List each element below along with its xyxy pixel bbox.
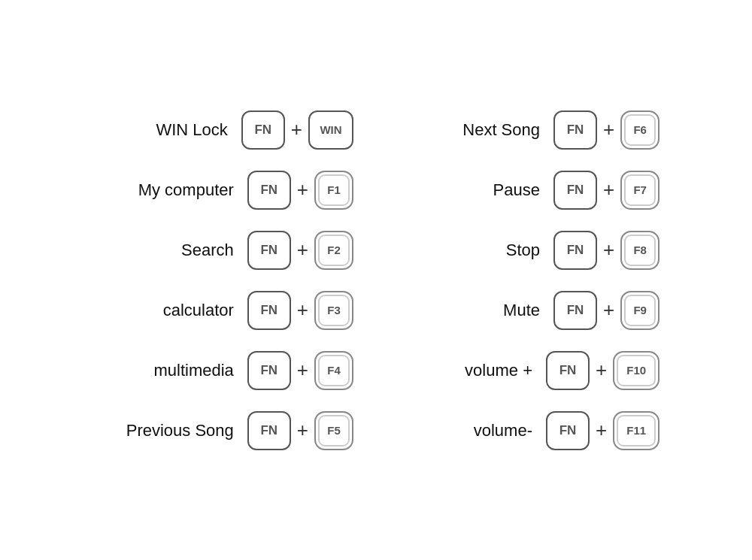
plus-sign: +: [297, 359, 308, 382]
shortcut-row: My computerFN+F1: [92, 160, 353, 220]
action-label: Pause: [435, 180, 540, 200]
action-label: multimedia: [99, 361, 234, 380]
fn-key: FN: [553, 231, 597, 270]
fn-key: FN: [553, 110, 597, 150]
plus-sign: +: [291, 118, 302, 141]
shortcut-row: SearchFN+F2: [92, 220, 353, 280]
shortcut-row: MuteFN+F9: [399, 280, 660, 341]
shortcut-row: Next SongFN+F6: [399, 100, 660, 160]
shortcut-row: PauseFN+F7: [399, 160, 660, 220]
func-key: F2: [314, 231, 353, 270]
shortcut-row: WIN LockFN+WIN: [92, 100, 353, 160]
fn-key: FN: [241, 110, 285, 150]
win-key: WIN: [308, 110, 353, 150]
shortcut-row: calculatorFN+F3: [92, 280, 353, 341]
action-label: Next Song: [435, 120, 540, 140]
fn-key: FN: [247, 171, 291, 210]
plus-sign: +: [297, 419, 308, 442]
shortcut-row: multimediaFN+F4: [92, 341, 353, 401]
plus-sign: +: [603, 298, 614, 322]
action-label: My computer: [99, 180, 234, 200]
action-label: Search: [99, 241, 234, 260]
plus-sign: +: [603, 118, 614, 141]
action-label: Stop: [435, 241, 540, 260]
func-key: F1: [314, 171, 353, 210]
fn-key: FN: [546, 411, 590, 450]
plus-sign: +: [297, 178, 308, 201]
action-label: volume-: [427, 421, 532, 440]
fn-key: FN: [247, 231, 291, 270]
func-key: F4: [314, 351, 353, 390]
func-key: F5: [314, 411, 353, 450]
func-key: F7: [620, 171, 660, 210]
plus-sign: +: [596, 359, 607, 382]
fn-key: FN: [247, 411, 291, 450]
func-key: F8: [620, 231, 660, 270]
action-label: volume +: [427, 361, 532, 380]
func-key-wide: F10: [613, 351, 660, 390]
action-label: WIN Lock: [92, 120, 228, 140]
action-label: Mute: [435, 301, 540, 320]
shortcut-grid: WIN LockFN+WINMy computerFN+F1SearchFN+F…: [47, 70, 705, 491]
shortcut-row: volume +FN+F10: [399, 341, 660, 401]
func-key: F9: [620, 291, 660, 330]
plus-sign: +: [297, 298, 308, 322]
right-column: Next SongFN+F6PauseFN+F7StopFN+F8MuteFN+…: [399, 100, 660, 461]
left-column: WIN LockFN+WINMy computerFN+F1SearchFN+F…: [92, 100, 353, 461]
fn-key: FN: [546, 351, 590, 390]
plus-sign: +: [297, 238, 308, 262]
fn-key: FN: [553, 171, 597, 210]
fn-key: FN: [247, 351, 291, 390]
fn-key: FN: [247, 291, 291, 330]
plus-sign: +: [603, 178, 614, 201]
shortcut-row: Previous SongFN+F5: [92, 401, 353, 461]
action-label: Previous Song: [99, 421, 234, 440]
action-label: calculator: [99, 301, 234, 320]
fn-key: FN: [553, 291, 597, 330]
func-key-wide: F11: [613, 411, 660, 450]
shortcut-row: volume-FN+F11: [399, 401, 660, 461]
plus-sign: +: [596, 419, 607, 442]
func-key: F6: [620, 110, 660, 150]
func-key: F3: [314, 291, 353, 330]
shortcut-row: StopFN+F8: [399, 220, 660, 280]
plus-sign: +: [603, 238, 614, 262]
